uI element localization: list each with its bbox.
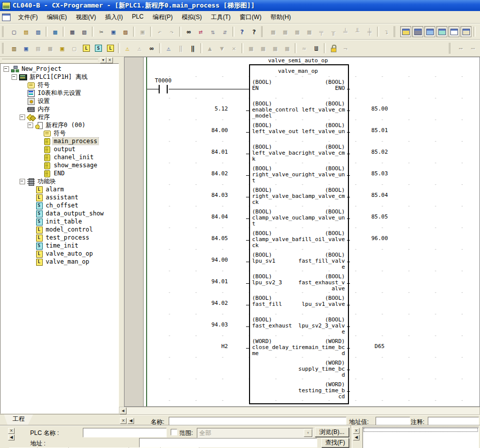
expand-toggle-icon[interactable]: [4, 66, 9, 72]
new-instruction-button[interactable]: ╪: [364, 26, 375, 37]
differential-trace-button[interactable]: ≈: [299, 43, 310, 54]
force-cancel-button[interactable]: ×: [228, 43, 239, 54]
fb-online-edit-button[interactable]: ╍: [455, 43, 466, 54]
child-window-icon[interactable]: [2, 14, 11, 21]
fb-instance-name[interactable]: valve_semi_auto_op: [249, 58, 347, 64]
menu-item[interactable]: 编程(P): [148, 12, 177, 23]
input-operand[interactable]: 94.02: [184, 300, 228, 306]
combo-dropdown-icon[interactable]: ▾: [304, 429, 312, 437]
tree-item[interactable]: 符号: [1, 129, 118, 137]
expand-toggle-icon[interactable]: [12, 74, 17, 80]
project-tab[interactable]: 工程: [4, 414, 33, 425]
output-operand[interactable]: 85.05: [361, 214, 399, 220]
view-io-table-button[interactable]: ▥: [9, 43, 20, 54]
menu-item[interactable]: 帮助(H): [266, 12, 296, 23]
expand-toggle-icon[interactable]: [28, 123, 33, 128]
tree-item[interactable]: show_message: [1, 161, 118, 169]
new-horizontal-button[interactable]: ╧: [340, 26, 351, 37]
watch-selection-row[interactable]: [364, 428, 478, 432]
menu-item[interactable]: 文件(F): [14, 12, 42, 23]
new-button[interactable]: ▢: [9, 26, 20, 37]
find-close-button[interactable]: ×: [8, 428, 15, 434]
work-online-button[interactable]: ▣: [21, 43, 32, 54]
auto-online-button[interactable]: ▢: [69, 43, 80, 54]
help-button[interactable]: ?: [236, 26, 248, 37]
scope-combobox[interactable]: 全部 ▾: [197, 428, 313, 438]
menu-item[interactable]: 视图(V): [71, 12, 100, 23]
new-vertical-not-button[interactable]: ╥: [328, 26, 339, 37]
input-operand[interactable]: 84.00: [184, 128, 228, 134]
tree-item[interactable]: valve_man_op: [1, 258, 118, 266]
new-contact-not-button[interactable]: ▦: [280, 26, 291, 37]
fb-pin-row[interactable]: 94.03 (BOOL) fast_exhaust (BOOL) lpu_sv2…: [125, 317, 479, 339]
find-collapse-button[interactable]: ◀: [8, 434, 15, 440]
menu-item[interactable]: 插入(I): [100, 12, 127, 23]
find-button[interactable]: 查找(F): [321, 438, 349, 447]
insert-fb-st-button[interactable]: S: [93, 43, 104, 54]
new-coil-not-button[interactable]: ▦: [304, 26, 315, 37]
watch-grid-3-button[interactable]: ▦: [270, 43, 281, 54]
watch-window-button[interactable]: [424, 26, 435, 37]
fb-pin-row[interactable]: 84.05 (BOOL) clamp_valve_back (BOOL) fil…: [125, 231, 479, 252]
transfer-verify-button[interactable]: ⚠: [163, 43, 174, 54]
input-operand[interactable]: 84.05: [184, 236, 228, 242]
watch-close-button[interactable]: ×: [353, 428, 359, 434]
watch-grid-4-button[interactable]: ▦: [282, 43, 293, 54]
tree-item[interactable]: New_Project: [1, 65, 118, 73]
tree-item[interactable]: 符号: [1, 81, 118, 89]
open-button[interactable]: ▤: [21, 26, 32, 37]
tree-item[interactable]: alarm: [1, 185, 118, 193]
new-contact-button[interactable]: ▦: [268, 26, 279, 37]
compile-all-button[interactable]: ⚠: [134, 43, 145, 54]
fb-pin-row[interactable]: 84.01 (BOOL) left_valve_back (BOOL) righ…: [125, 144, 479, 166]
browse-button[interactable]: 浏览(B)...: [315, 427, 349, 437]
pause-monitor-button[interactable]: ‖: [175, 43, 186, 54]
find-report-button[interactable]: ∞: [146, 43, 157, 54]
program-check-button[interactable]: ▩: [50, 26, 61, 37]
fb-pin-row[interactable]: 94.02 (BOOL) fast_fill (BOOL) lpu_sv1_va…: [125, 295, 479, 317]
workspace-menu-button[interactable]: ▾: [100, 57, 106, 63]
output-operand[interactable]: 96.00: [361, 236, 399, 242]
rung-wrap-button[interactable]: ↴: [381, 26, 392, 37]
workspace-close-button[interactable]: ×: [106, 57, 113, 63]
tree-item[interactable]: main_process: [1, 137, 118, 145]
paste-button[interactable]: ▨: [120, 26, 131, 37]
input-operand[interactable]: 94.00: [184, 257, 228, 263]
fb-instance-button[interactable]: L: [105, 43, 116, 54]
tree-item[interactable]: data_output_show: [1, 209, 118, 217]
output-operand[interactable]: D65: [361, 344, 399, 350]
menu-item[interactable]: 模拟(S): [177, 12, 206, 23]
watch-panel[interactable]: [363, 427, 479, 448]
insert-fb-ladder-button[interactable]: L: [81, 43, 92, 54]
online-edit-button[interactable]: ▣: [57, 43, 68, 54]
time-chart-monitor-button[interactable]: Ш: [311, 43, 322, 54]
copy-button[interactable]: ▣: [108, 26, 119, 37]
tree-item[interactable]: assistant: [1, 193, 118, 201]
fb-pin-row[interactable]: 84.02 (BOOL) right_valve_out (BOOL) righ…: [125, 166, 479, 187]
plc-name-field[interactable]: [83, 428, 167, 437]
input-operand[interactable]: H2: [184, 344, 228, 350]
tree-item[interactable]: 新PLC1[CP1H] 离线: [1, 73, 118, 81]
transfer-db-button[interactable]: ▣: [137, 26, 148, 37]
input-operand[interactable]: 5.12: [184, 106, 228, 112]
undo-button[interactable]: ↶: [154, 26, 165, 37]
print-button[interactable]: ▦: [67, 26, 78, 37]
differential-monitor-button[interactable]: ▦: [45, 43, 56, 54]
fb-pin-row[interactable]: 94.00 (BOOL) lpu_sv1 (BOOL) fast_fill_va…: [125, 252, 479, 274]
input-operand[interactable]: 84.01: [184, 149, 228, 155]
fb-pin-row[interactable]: 84.03 (BOOL) right_valve_back (BOOL) cla…: [125, 187, 479, 209]
input-operand[interactable]: 84.02: [184, 171, 228, 177]
fb-pin-row[interactable]: (BOOL) EN (BOOL) ENO: [125, 79, 479, 101]
fb-debug-button[interactable]: ┅: [467, 43, 478, 54]
tree-item[interactable]: IO表和单元设置: [1, 89, 118, 97]
menu-item[interactable]: 编辑(E): [42, 12, 71, 23]
expand-toggle-icon[interactable]: [20, 179, 25, 184]
redo-button[interactable]: ↷: [166, 26, 177, 37]
fb-pin-row[interactable]: H2 (WORD) close_delay_time (WORD) remain…: [125, 339, 479, 360]
substitute-button[interactable]: ⇵: [219, 26, 230, 37]
fb-pin-row[interactable]: (WORD) testing_time_bcd: [125, 382, 479, 403]
watch-grid-1-button[interactable]: ▦: [246, 43, 257, 54]
usage-bar-close-button[interactable]: ×: [120, 418, 127, 424]
compile-program-button[interactable]: ⚠: [122, 43, 133, 54]
find-address-button[interactable]: ⇅: [207, 26, 218, 37]
